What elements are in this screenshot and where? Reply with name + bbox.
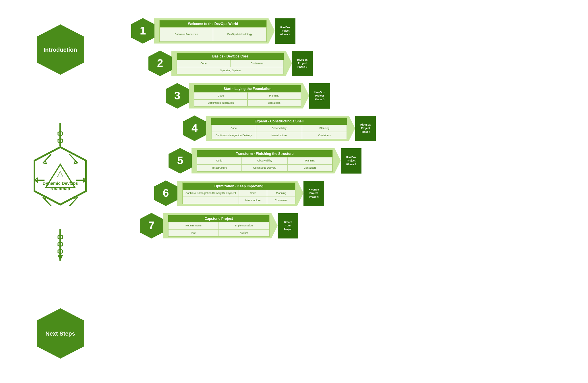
next-steps-hexagon[interactable]: Next Steps: [34, 307, 87, 360]
phase-badge-3: HiveBox Project Phase 3: [309, 83, 330, 109]
phase-row-4: 4 Expand - Constructing a ShellCodeObser…: [181, 115, 577, 142]
phase-cell: Code: [239, 190, 267, 197]
phase-inner-5: Transform - Finishing the StructureCodeO…: [197, 150, 333, 172]
phase-hex-7[interactable]: 7: [138, 212, 165, 239]
introduction-label: Introduction: [44, 46, 77, 53]
phase-number-4: 4: [192, 122, 198, 134]
phase-title-3: Start - Laying the Foundation: [194, 85, 301, 92]
phase-cell: Operating System: [177, 67, 284, 74]
phase-arrow-1: Welcome to the DevOps WorldSoftware Prod…: [154, 18, 275, 44]
phase-badge-4: HiveBox Project Phase 4: [355, 116, 376, 141]
phase-cell: Infrastructure: [239, 197, 267, 204]
phase-number-5: 5: [177, 155, 183, 167]
phase-hex-1[interactable]: 1: [129, 17, 156, 45]
phase-cell: Observability: [242, 157, 288, 164]
phase-cell: [183, 197, 239, 204]
phase-cell: Code: [194, 92, 247, 99]
phase-arrow-5: Transform - Finishing the StructureCodeO…: [192, 148, 341, 174]
phase-row-2: 2 Basics - DevOps CoreCodeContainersOper…: [146, 50, 577, 77]
phase-cell: Code: [197, 157, 242, 164]
phase-cell: Containers: [267, 197, 295, 204]
phase-panel-3: Start - Laying the FoundationCodePlannin…: [189, 83, 577, 109]
phase-cell: Review: [219, 229, 269, 236]
phase-cells-6: Continuous Integration/Delivery/Deployme…: [183, 190, 295, 204]
main-phases: 1 Welcome to the DevOps WorldSoftware Pr…: [129, 17, 577, 245]
phase-inner-2: Basics - DevOps CoreCodeContainersOperat…: [177, 53, 284, 74]
phase-badge-2: HiveBox Project Phase 2: [292, 51, 313, 76]
phase-cell: Plan: [168, 229, 219, 236]
phase-inner-4: Expand - Constructing a ShellCodeObserva…: [211, 118, 347, 139]
phase-title-6: Optmization - Keep Improving: [183, 183, 295, 190]
roadmap-title: Dynamic DevOpsRoadmap: [42, 180, 78, 192]
phase-arrow-3: Start - Laying the FoundationCodePlannin…: [189, 83, 309, 109]
phase-panel-6: Optmization - Keep ImprovingContinuous I…: [177, 181, 577, 206]
phase-cells-1: Software ProductionDevOps Methodology: [160, 27, 266, 42]
next-steps-label: Next Steps: [45, 330, 75, 337]
phase-arrow-4: Expand - Constructing a ShellCodeObserva…: [206, 116, 355, 141]
phase-cell: Requirements: [168, 222, 219, 229]
phase-cell: Containers: [247, 99, 301, 107]
phase-cell: Planning: [302, 125, 347, 132]
phase-number-2: 2: [157, 57, 163, 70]
phase-cells-7: RequirementsImplementationPlanReview: [168, 222, 269, 236]
phase-arrow-2: Basics - DevOps CoreCodeContainersOperat…: [171, 51, 292, 76]
phase-title-1: Welcome to the DevOps World: [160, 20, 266, 27]
phase-cell: Software Production: [160, 27, 213, 42]
phase-badge-7: Create Your Project: [278, 213, 298, 238]
phase-hex-2[interactable]: 2: [146, 50, 174, 77]
svg-marker-8: [57, 255, 63, 261]
phase-inner-7: Capstone ProjectRequirementsImplementati…: [168, 215, 270, 237]
phase-title-4: Expand - Constructing a Shell: [211, 118, 347, 125]
phase-cell: Continuous Integration/Delivery/Deployme…: [183, 190, 239, 197]
phase-cell: Containers: [230, 60, 284, 67]
phase-cell: DevOps Methodology: [213, 27, 266, 42]
phase-title-2: Basics - DevOps Core: [177, 53, 284, 60]
phase-number-3: 3: [174, 90, 180, 102]
phase-panel-4: Expand - Constructing a ShellCodeObserva…: [206, 116, 577, 141]
phase-cell: Implementation: [219, 222, 269, 229]
introduction-hexagon[interactable]: Introduction: [34, 23, 87, 76]
phase-cell: Planning: [247, 92, 301, 99]
phase-number-6: 6: [163, 187, 169, 199]
phase-cells-3: CodePlanningContinuous IntegrationContai…: [194, 92, 301, 107]
phase-number-1: 1: [140, 25, 146, 37]
phase-badge-6: HiveBox Project Phase 6: [303, 181, 324, 206]
phase-cell: Containers: [302, 132, 347, 139]
phase-panel-7: Capstone ProjectRequirementsImplementati…: [163, 213, 577, 238]
phase-cell: Infrastructure: [256, 132, 302, 139]
phase-badge-5: HiveBox Project Phase 5: [341, 148, 361, 174]
phase-cell: Planning: [267, 190, 295, 197]
left-panel: Introduction: [0, 0, 121, 383]
roadmap-center-hexagon: △ Dynamic DevOpsRoadmap: [30, 146, 90, 206]
phase-cell: Observability: [256, 125, 302, 132]
phase-inner-1: Welcome to the DevOps WorldSoftware Prod…: [159, 20, 267, 42]
phase-inner-3: Start - Laying the FoundationCodePlannin…: [194, 85, 301, 107]
phase-row-7: 7 Capstone ProjectRequirementsImplementa…: [138, 212, 577, 239]
phase-row-1: 1 Welcome to the DevOps WorldSoftware Pr…: [129, 17, 577, 45]
phase-row-3: 3 Start - Laying the FoundationCodePlann…: [164, 82, 577, 109]
phase-row-5: 5 Transform - Finishing the StructureCod…: [167, 147, 577, 174]
phase-cell: Infrastructure: [197, 164, 242, 172]
phase-cell: Code: [211, 125, 256, 132]
phase-arrow-7: Capstone ProjectRequirementsImplementati…: [163, 213, 278, 238]
phase-panel-2: Basics - DevOps CoreCodeContainersOperat…: [171, 51, 577, 76]
phase-hex-3[interactable]: 3: [164, 82, 191, 109]
phase-cells-4: CodeObservabilityPlanningContinuous Inte…: [211, 125, 347, 139]
phase-hex-6[interactable]: 6: [152, 180, 179, 207]
phase-cell: Continuous Delivery: [242, 164, 288, 172]
phase-hex-5[interactable]: 5: [167, 147, 194, 174]
phase-cell: Planning: [288, 157, 332, 164]
phase-hex-4[interactable]: 4: [181, 115, 208, 142]
phase-cells-5: CodeObservabilityPlanningInfrastructureC…: [197, 157, 332, 172]
phase-cell: Containers: [288, 164, 332, 172]
phase-panel-1: Welcome to the DevOps WorldSoftware Prod…: [154, 18, 577, 44]
phase-title-5: Transform - Finishing the Structure: [197, 150, 332, 157]
phase-cell: Code: [177, 60, 230, 67]
phase-number-7: 7: [148, 220, 154, 232]
phase-cell: Continuous Integration/Delivery: [211, 132, 256, 139]
phase-title-7: Capstone Project: [168, 215, 269, 222]
phase-arrow-6: Optmization - Keep ImprovingContinuous I…: [177, 181, 303, 206]
phase-panel-5: Transform - Finishing the StructureCodeO…: [192, 148, 577, 174]
phase-badge-1: HiveBox Project Phase 1: [275, 18, 295, 44]
phase-inner-6: Optmization - Keep ImprovingContinuous I…: [182, 182, 295, 204]
